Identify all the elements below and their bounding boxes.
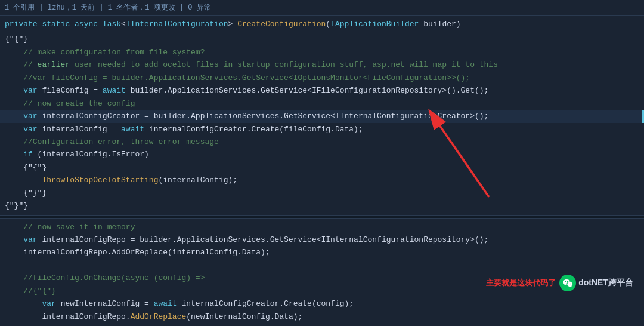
line-var-config: var internalConfig = await internalConfi… [0, 123, 644, 136]
line-var-fileconfig: var fileConfig = await builder.Applicati… [0, 84, 644, 97]
meta-text: 1 个引用 | lzhu，1 天前 | 1 名作者，1 项更改 | 0 异常 [5, 4, 211, 12]
line-comment-save: // now save it in memory [0, 221, 644, 233]
line-comment5-strike: //Configuration error, throw error messa… [0, 136, 644, 148]
line-var-creator: var internalConfigCreator = builder.Appl… [0, 110, 644, 122]
line-brace-open: {"{"} [0, 33, 644, 45]
code-block-1: {"{"} // make configuration from file sy… [0, 30, 644, 214]
line-brace4: {"}"} [0, 199, 644, 212]
line-comment3-strike: //var fileConfig = builder.ApplicationSe… [0, 72, 644, 84]
line-comment4: // now create the config [0, 97, 644, 110]
line-throw: ThrowToStopOcelotStarting(internalConfig… [0, 174, 644, 186]
code-block-2: // now save it in memory var internalCon… [0, 219, 644, 326]
line-var-repo: var internalConfigRepo = builder.Applica… [0, 233, 644, 246]
line-new-config: var newInternalConfig = await internalCo… [0, 297, 644, 310]
line-comment2: // earlier user needed to add ocelot fil… [0, 59, 644, 71]
code-editor: 1 个引用 | lzhu，1 天前 | 1 名作者，1 项更改 | 0 异常 p… [0, 0, 644, 326]
annotation-cn-text: 主要就是这块代码了 [486, 278, 556, 288]
signature-line: private static async Task<IInternalConfi… [0, 16, 644, 30]
wechat-icon [559, 275, 576, 291]
line-brace2: {"{"} [0, 161, 644, 174]
kw-private: private [5, 18, 42, 30]
watermark: 主要就是这块代码了 dotNET跨平台 [486, 275, 633, 291]
line-comment1: // make configuration from file system? [0, 46, 644, 59]
line-add-replace2: internalConfigRepo.AddOrReplace(newInter… [0, 310, 644, 323]
line-blank [0, 259, 644, 272]
line-add-replace: internalConfigRepo.AddOrReplace(internal… [0, 246, 644, 259]
brand-name: dotNET跨平台 [578, 278, 633, 288]
brand-logo: dotNET跨平台 [559, 275, 633, 291]
meta-bar: 1 个引用 | lzhu，1 天前 | 1 名作者，1 项更改 | 0 异常 [0, 0, 644, 16]
line-brace3: {"}"} [0, 187, 644, 199]
line-if: if (internalConfig.IsError) [0, 148, 644, 161]
